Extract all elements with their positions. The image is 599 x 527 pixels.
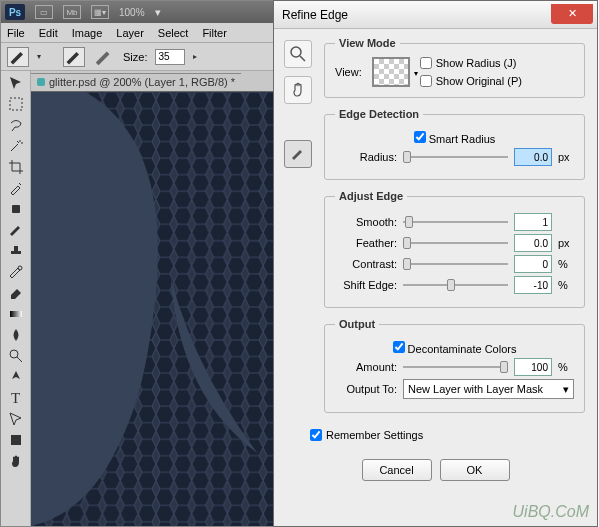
brush-tool-icon[interactable] xyxy=(4,220,28,240)
view-label: View: xyxy=(335,66,362,78)
gradient-tool-icon[interactable] xyxy=(4,304,28,324)
output-legend: Output xyxy=(335,318,379,330)
checkbox-icon[interactable] xyxy=(414,131,426,143)
close-button[interactable]: ✕ xyxy=(551,4,593,24)
adjust-edge-group: Adjust Edge Smooth: Feather: px Contrast… xyxy=(324,190,585,308)
amount-label: Amount: xyxy=(335,361,397,373)
output-to-dropdown[interactable]: New Layer with Layer Mask ▾ xyxy=(403,379,574,399)
contrast-slider[interactable] xyxy=(403,257,508,271)
remember-settings-checkbox[interactable]: Remember Settings xyxy=(310,429,585,441)
hand-tool-icon[interactable] xyxy=(4,451,28,471)
amount-input[interactable] xyxy=(514,358,552,376)
watermark: UiBQ.CoM xyxy=(513,503,589,521)
menu-select[interactable]: Select xyxy=(158,27,189,39)
smooth-slider[interactable] xyxy=(403,215,508,229)
doc-icon xyxy=(37,78,45,86)
history-brush-icon[interactable] xyxy=(4,262,28,282)
marquee-tool-icon[interactable] xyxy=(4,94,28,114)
checkbox-icon[interactable] xyxy=(420,57,432,69)
zoom-level[interactable]: 100% xyxy=(119,7,145,18)
screen-mode-icon[interactable]: ▦▾ xyxy=(91,5,109,19)
amount-unit: % xyxy=(558,361,574,373)
dialog-titlebar[interactable]: Refine Edge ✕ xyxy=(274,1,597,29)
blur-tool-icon[interactable] xyxy=(4,325,28,345)
view-mode-group: View Mode View: ▾ Show Radius (J) Show O… xyxy=(324,37,585,98)
essentials-icon[interactable]: ▭ xyxy=(35,5,53,19)
view-mode-swatch[interactable]: ▾ xyxy=(372,57,410,87)
mb-icon[interactable]: Mb xyxy=(63,5,81,19)
document-tabs: glitter.psd @ 200% (Layer 1, RGB/8) * xyxy=(31,71,274,91)
ps-options-bar: ▾ Size: ▸ xyxy=(1,43,274,71)
document-canvas[interactable] xyxy=(31,91,274,526)
view-mode-legend: View Mode xyxy=(335,37,400,49)
feather-slider[interactable] xyxy=(403,236,508,250)
svg-point-9 xyxy=(291,47,301,57)
hand-tool-icon[interactable] xyxy=(284,76,312,104)
smart-radius-label: Smart Radius xyxy=(429,133,496,145)
decontaminate-checkbox[interactable]: Decontaminate Colors xyxy=(393,341,517,355)
smooth-label: Smooth: xyxy=(335,216,397,228)
type-tool-icon[interactable]: T xyxy=(4,388,28,408)
crop-tool-icon[interactable] xyxy=(4,157,28,177)
radius-unit: px xyxy=(558,151,574,163)
output-group: Output Decontaminate Colors Amount: % Ou… xyxy=(324,318,585,413)
chevron-down-icon: ▾ xyxy=(414,69,418,78)
menu-file[interactable]: File xyxy=(7,27,25,39)
dodge-tool-icon[interactable] xyxy=(4,346,28,366)
eraser-tool-icon[interactable] xyxy=(4,283,28,303)
brush-preset-icon[interactable] xyxy=(63,47,85,67)
shift-edge-input[interactable] xyxy=(514,276,552,294)
contrast-input[interactable] xyxy=(514,255,552,273)
lasso-tool-icon[interactable] xyxy=(4,115,28,135)
document-tab[interactable]: glitter.psd @ 200% (Layer 1, RGB/8) * xyxy=(31,73,241,90)
document-tab-label: glitter.psd @ 200% (Layer 1, RGB/8) * xyxy=(49,76,235,88)
menu-edit[interactable]: Edit xyxy=(39,27,58,39)
pen-tool-icon[interactable] xyxy=(4,367,28,387)
ok-button[interactable]: OK xyxy=(440,459,510,481)
refine-edge-dialog: Refine Edge ✕ View Mode View: ▾ Show Rad… xyxy=(273,0,598,527)
radius-slider[interactable] xyxy=(403,150,508,164)
stamp-tool-icon[interactable] xyxy=(4,241,28,261)
healing-tool-icon[interactable] xyxy=(4,199,28,219)
output-to-value: New Layer with Layer Mask xyxy=(408,383,543,395)
wand-tool-icon[interactable] xyxy=(4,136,28,156)
show-original-checkbox[interactable]: Show Original (P) xyxy=(420,75,522,87)
shape-tool-icon[interactable] xyxy=(4,430,28,450)
amount-slider[interactable] xyxy=(403,360,508,374)
brush-sample-icon[interactable] xyxy=(93,47,115,67)
svg-rect-0 xyxy=(10,98,22,110)
cancel-button[interactable]: Cancel xyxy=(362,459,432,481)
close-icon: ✕ xyxy=(568,7,577,20)
show-radius-checkbox[interactable]: Show Radius (J) xyxy=(420,57,522,69)
smart-radius-checkbox[interactable]: Smart Radius xyxy=(414,131,496,145)
adjust-edge-legend: Adjust Edge xyxy=(335,190,407,202)
contrast-label: Contrast: xyxy=(335,258,397,270)
ps-tools-panel: T xyxy=(1,71,31,526)
size-input[interactable] xyxy=(155,49,185,65)
chevron-down-icon[interactable]: ▾ xyxy=(155,6,161,19)
checkbox-icon[interactable] xyxy=(310,429,322,441)
menu-layer[interactable]: Layer xyxy=(116,27,144,39)
checkbox-icon[interactable] xyxy=(393,341,405,353)
eyedropper-tool-icon[interactable] xyxy=(4,178,28,198)
refine-brush-icon[interactable] xyxy=(284,140,312,168)
menu-image[interactable]: Image xyxy=(72,27,103,39)
chevron-down-icon[interactable]: ▾ xyxy=(37,52,41,61)
radius-label: Radius: xyxy=(335,151,397,163)
move-tool-icon[interactable] xyxy=(4,73,28,93)
radius-input[interactable] xyxy=(514,148,552,166)
shift-edge-slider[interactable] xyxy=(403,278,508,292)
chevron-right-icon[interactable]: ▸ xyxy=(193,52,197,61)
edge-detection-group: Edge Detection Smart Radius Radius: px xyxy=(324,108,585,180)
ps-title-icons: ▭ Mb ▦▾ 100% ▾ xyxy=(35,5,161,19)
show-original-label: Show Original (P) xyxy=(436,75,522,87)
path-tool-icon[interactable] xyxy=(4,409,28,429)
feather-input[interactable] xyxy=(514,234,552,252)
output-to-label: Output To: xyxy=(335,383,397,395)
checkbox-icon[interactable] xyxy=(420,75,432,87)
zoom-tool-icon[interactable] xyxy=(284,40,312,68)
tool-preset-icon[interactable] xyxy=(7,47,29,67)
smooth-input[interactable] xyxy=(514,213,552,231)
menu-filter[interactable]: Filter xyxy=(202,27,226,39)
dialog-title: Refine Edge xyxy=(282,8,551,22)
